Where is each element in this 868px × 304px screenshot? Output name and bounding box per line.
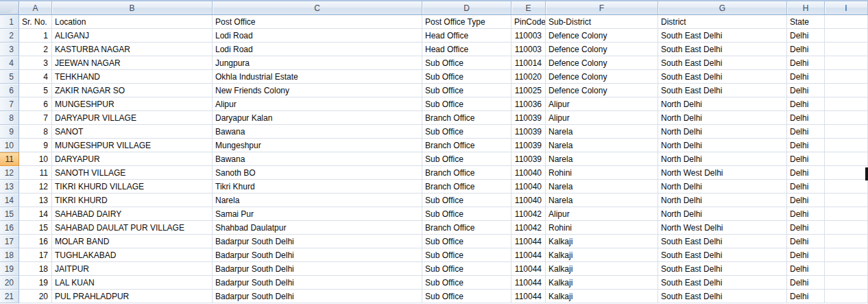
cell-H14[interactable]: Delhi xyxy=(787,194,825,207)
cell-G20[interactable]: South East Delhi xyxy=(658,276,787,290)
cell-F2[interactable]: Defence Colony xyxy=(546,29,658,43)
row-header-17[interactable]: 17 xyxy=(0,235,19,248)
cell-F14[interactable]: Narela xyxy=(546,194,658,207)
row-header-16[interactable]: 16 xyxy=(0,221,19,235)
cell-H11[interactable]: Delhi xyxy=(787,152,825,166)
cell-A20[interactable]: 19 xyxy=(19,276,52,290)
cell-E17[interactable]: 110044 xyxy=(511,235,546,248)
cell-E1[interactable]: PinCode xyxy=(511,15,546,29)
row-header-7[interactable]: 7 xyxy=(0,97,19,111)
cell-I21[interactable] xyxy=(825,290,868,303)
cell-B12[interactable]: SANOTH VILLAGE xyxy=(52,166,213,180)
cell-E5[interactable]: 110020 xyxy=(511,70,546,84)
cell-D12[interactable]: Branch Office xyxy=(422,166,511,180)
cell-D6[interactable]: Sub Office xyxy=(422,84,511,97)
cell-E4[interactable]: 110014 xyxy=(511,56,546,70)
cell-E6[interactable]: 110025 xyxy=(511,84,546,97)
cell-A5[interactable]: 4 xyxy=(19,70,52,84)
cell-B14[interactable]: TIKRI KHURD xyxy=(52,194,213,207)
cell-B7[interactable]: MUNGESHPUR xyxy=(52,97,213,111)
cell-A21[interactable]: 20 xyxy=(19,290,52,303)
cell-H5[interactable]: Delhi xyxy=(787,70,825,84)
cell-B18[interactable]: TUGHLAKABAD xyxy=(52,248,213,262)
cell-C5[interactable]: Okhla Industrial Estate xyxy=(213,70,422,84)
cell-D16[interactable]: Branch Office xyxy=(422,221,511,235)
cell-D2[interactable]: Head Office xyxy=(422,29,511,43)
cell-D8[interactable]: Branch Office xyxy=(422,111,511,125)
cell-C8[interactable]: Daryapur Kalan xyxy=(213,111,422,125)
row-header-21[interactable]: 21 xyxy=(0,290,19,303)
column-header-i[interactable]: I xyxy=(825,1,868,15)
cell-A4[interactable]: 3 xyxy=(19,56,52,70)
cell-I4[interactable] xyxy=(825,56,868,70)
cell-E20[interactable]: 110044 xyxy=(511,276,546,290)
cell-D10[interactable]: Branch Office xyxy=(422,139,511,152)
cell-G9[interactable]: North Delhi xyxy=(658,125,787,139)
cell-D18[interactable]: Sub Office xyxy=(422,248,511,262)
row-header-15[interactable]: 15 xyxy=(0,207,19,221)
cell-D5[interactable]: Sub Office xyxy=(422,70,511,84)
cell-I2[interactable] xyxy=(825,29,868,43)
row-header-3[interactable]: 3 xyxy=(0,43,19,56)
cell-H6[interactable]: Delhi xyxy=(787,84,825,97)
cell-F17[interactable]: Kalkaji xyxy=(546,235,658,248)
row-header-10[interactable]: 10 xyxy=(0,139,19,152)
cell-B3[interactable]: KASTURBA NAGAR xyxy=(52,43,213,56)
cell-E3[interactable]: 110003 xyxy=(511,43,546,56)
cell-I17[interactable] xyxy=(825,235,868,248)
cell-C15[interactable]: Samai Pur xyxy=(213,207,422,221)
cell-H20[interactable]: Delhi xyxy=(787,276,825,290)
cell-H17[interactable]: Delhi xyxy=(787,235,825,248)
cell-A7[interactable]: 6 xyxy=(19,97,52,111)
cell-G19[interactable]: South East Delhi xyxy=(658,262,787,276)
cell-H21[interactable]: Delhi xyxy=(787,290,825,303)
cell-A8[interactable]: 7 xyxy=(19,111,52,125)
cell-H12[interactable]: Delhi xyxy=(787,166,825,180)
cell-I7[interactable] xyxy=(825,97,868,111)
row-header-8[interactable]: 8 xyxy=(0,111,19,125)
cell-D9[interactable]: Sub Office xyxy=(422,125,511,139)
cell-I13[interactable] xyxy=(825,180,868,194)
cell-I10[interactable] xyxy=(825,139,868,152)
cell-C16[interactable]: Shahbad Daulatpur xyxy=(213,221,422,235)
cell-H16[interactable]: Delhi xyxy=(787,221,825,235)
cell-G1[interactable]: District xyxy=(658,15,787,29)
cell-H19[interactable]: Delhi xyxy=(787,262,825,276)
cell-F11[interactable]: Narela xyxy=(546,152,658,166)
cell-C17[interactable]: Badarpur South Delhi xyxy=(213,235,422,248)
cell-A9[interactable]: 8 xyxy=(19,125,52,139)
cell-A18[interactable]: 17 xyxy=(19,248,52,262)
cell-F12[interactable]: Rohini xyxy=(546,166,658,180)
cell-B2[interactable]: ALIGANJ xyxy=(52,29,213,43)
cell-G12[interactable]: North West Delhi xyxy=(658,166,787,180)
cell-D11[interactable]: Sub Office xyxy=(422,152,511,166)
cell-D19[interactable]: Sub Office xyxy=(422,262,511,276)
cell-G21[interactable]: South East Delhi xyxy=(658,290,787,303)
column-header-e[interactable]: E xyxy=(511,1,546,15)
cell-C14[interactable]: Narela xyxy=(213,194,422,207)
cell-F6[interactable]: Defence Colony xyxy=(546,84,658,97)
cell-E2[interactable]: 110003 xyxy=(511,29,546,43)
cell-D3[interactable]: Head Office xyxy=(422,43,511,56)
cell-A17[interactable]: 16 xyxy=(19,235,52,248)
cell-B15[interactable]: SAHABAD DAIRY xyxy=(52,207,213,221)
cell-D20[interactable]: Sub Office xyxy=(422,276,511,290)
cell-I18[interactable] xyxy=(825,248,868,262)
cell-B4[interactable]: JEEWAN NAGAR xyxy=(52,56,213,70)
cell-I9[interactable] xyxy=(825,125,868,139)
cell-H1[interactable]: State xyxy=(787,15,825,29)
cell-I16[interactable] xyxy=(825,221,868,235)
cell-B20[interactable]: LAL KUAN xyxy=(52,276,213,290)
cell-H10[interactable]: Delhi xyxy=(787,139,825,152)
row-header-19[interactable]: 19 xyxy=(0,262,19,276)
cell-G16[interactable]: North West Delhi xyxy=(658,221,787,235)
cell-G6[interactable]: South East Delhi xyxy=(658,84,787,97)
cell-A16[interactable]: 15 xyxy=(19,221,52,235)
cell-G18[interactable]: South East Delhi xyxy=(658,248,787,262)
cell-A10[interactable]: 9 xyxy=(19,139,52,152)
cell-B21[interactable]: PUL PRAHLADPUR xyxy=(52,290,213,303)
cell-E18[interactable]: 110044 xyxy=(511,248,546,262)
cell-F20[interactable]: Kalkaji xyxy=(546,276,658,290)
cell-F15[interactable]: Alipur xyxy=(546,207,658,221)
cell-F4[interactable]: Defence Colony xyxy=(546,56,658,70)
